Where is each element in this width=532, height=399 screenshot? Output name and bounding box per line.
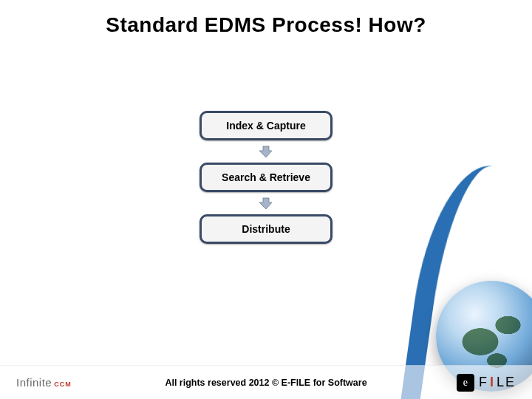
flow-node-index-capture: Index & Capture xyxy=(200,111,332,140)
infinite-ccm-logo: Infinite CCM xyxy=(16,376,72,389)
copyright-text: All rights reserved 2012 © E-FILE for So… xyxy=(165,378,366,388)
efile-text-left: F xyxy=(479,375,488,389)
arrow-down-icon xyxy=(259,197,273,210)
flow-node-label: Index & Capture xyxy=(226,120,305,132)
efile-text-right: LE xyxy=(497,375,516,389)
flow-node-search-retrieve: Search & Retrieve xyxy=(200,163,332,192)
footer-bar: Infinite CCM All rights reserved 2012 © … xyxy=(0,365,532,399)
efile-logo-text: FILE xyxy=(479,375,516,390)
efile-pipe-icon: I xyxy=(488,375,497,389)
process-flow: Index & Capture Search & Retrieve Distri… xyxy=(0,111,532,244)
efile-logo: e FILE xyxy=(457,374,516,392)
flow-node-distribute: Distribute xyxy=(200,214,332,244)
arrow-down-icon xyxy=(259,145,273,158)
infinite-logo-sub: CCM xyxy=(54,381,72,388)
flow-node-label: Distribute xyxy=(242,223,290,235)
efile-logo-box: e xyxy=(457,374,474,392)
flow-node-label: Search & Retrieve xyxy=(222,171,310,183)
infinite-logo-main: Infinite xyxy=(16,376,52,389)
page-title: Standard EDMS Process! How? xyxy=(0,13,532,37)
